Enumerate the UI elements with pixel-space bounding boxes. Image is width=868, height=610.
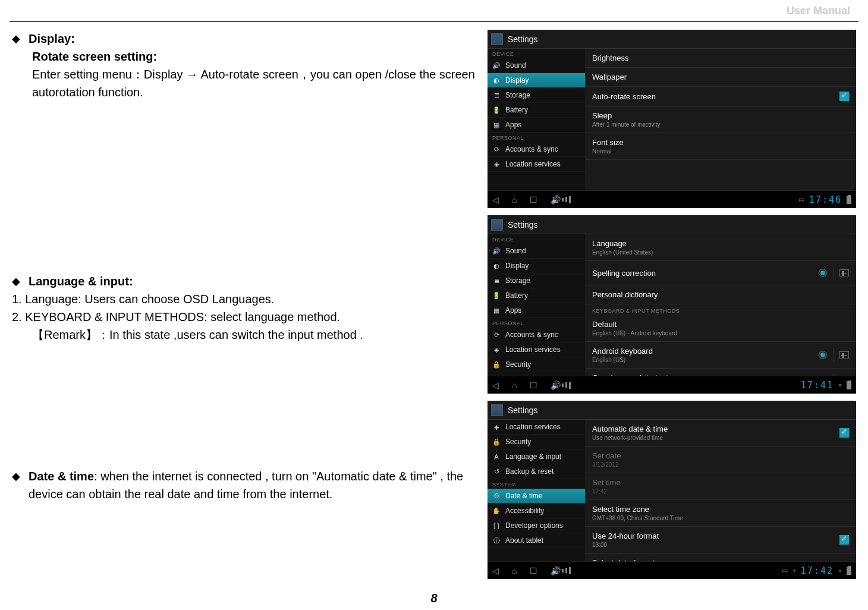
recent-icon[interactable]: ☐ <box>530 566 537 576</box>
setting-item-select-time-zone[interactable]: Select time zoneGMT+08:00, China Standar… <box>585 500 856 527</box>
display-icon: ◐ <box>492 76 501 84</box>
header-rule <box>10 21 858 22</box>
setting-item-personal-dictionary[interactable]: Personal dictionary <box>585 285 856 304</box>
sidebar-item-battery[interactable]: 🔋Battery <box>488 288 585 303</box>
setting-item-sleep[interactable]: SleepAfter 1 minute of inactivity <box>585 106 856 133</box>
clock: 17:46 <box>809 194 842 205</box>
sidebar-item-label: Location services <box>505 160 561 168</box>
sidebar-item-display[interactable]: ◐Display <box>488 73 585 88</box>
apps-icon: ▦ <box>492 121 501 129</box>
sidebar-item-label: Display <box>505 262 529 270</box>
display-body: Enter setting menu：Display → Auto-rotate… <box>32 65 488 101</box>
recent-icon[interactable]: ☐ <box>530 381 537 390</box>
sidebar-item-label: Location services <box>505 345 561 354</box>
setting-item-default[interactable]: DefaultEnglish (US) - Android keyboard <box>585 315 856 342</box>
settings-sidebar: DEVICE 🔊Sound◐Display≣Storage🔋Battery▦Ap… <box>488 234 585 376</box>
settings-slider-icon[interactable] <box>839 351 849 359</box>
sidebar-item-backup-reset[interactable]: ↺Backup & reset <box>488 464 585 479</box>
home-icon[interactable]: ⌂ <box>512 195 517 205</box>
sidebar-item-accessibility[interactable]: ✋Accessibility <box>488 504 585 518</box>
battery-icon: 🔋 <box>492 291 501 300</box>
sidebar-item-storage[interactable]: ≣Storage <box>488 88 585 103</box>
security-icon: 🔒 <box>492 438 501 446</box>
setting-item-google-speech-to-text[interactable]: Google speech-to-textAutomatic <box>585 369 856 376</box>
datetime-body: : when the internet is connected , turn … <box>29 470 463 501</box>
radio-icon[interactable] <box>819 269 827 277</box>
android-navbar: ◁ ⌂ ☐ 🔊 17:41 ▾ <box>488 376 856 394</box>
sidebar-item-location-services[interactable]: ◈Location services <box>488 157 585 172</box>
setting-title: Select time zone <box>592 505 849 514</box>
volume-icon[interactable]: 🔊 <box>551 566 571 576</box>
sidebar-header-device: DEVICE <box>488 234 585 244</box>
sidebar-item-developer-options[interactable]: { }Developer options <box>488 518 585 533</box>
location-services-icon: ◈ <box>492 423 501 431</box>
back-icon[interactable]: ◁ <box>492 381 499 390</box>
sidebar-item-display[interactable]: ◐Display <box>488 259 585 273</box>
sidebar-item-battery[interactable]: 🔋Battery <box>488 103 585 118</box>
language-item1: 1. Language: Users can choose OSD Langua… <box>12 290 488 308</box>
sidebar-item-apps[interactable]: ▦Apps <box>488 118 585 133</box>
setting-title: Font size <box>592 138 849 147</box>
figure-datetime-settings: Settings ◈Location services🔒SecurityALan… <box>488 401 856 579</box>
setting-item-wallpaper[interactable]: Wallpaper <box>585 68 856 87</box>
sidebar-item-label: Storage <box>505 91 530 99</box>
recent-icon[interactable]: ☐ <box>530 195 537 205</box>
back-icon[interactable]: ◁ <box>492 195 499 205</box>
sidebar-item-date-time[interactable]: ⏲Date & time <box>488 489 585 504</box>
setting-title: Sleep <box>592 111 849 120</box>
setting-item-language[interactable]: LanguageEnglish (United States) <box>585 234 856 261</box>
sidebar-item-sound[interactable]: 🔊Sound <box>488 244 585 259</box>
sidebar-item-security[interactable]: 🔒Security <box>488 435 585 449</box>
sidebar-item-security[interactable]: 🔒Security <box>488 357 585 372</box>
sidebar-header-personal: PERSONAL <box>488 318 585 328</box>
sidebar-item-sound[interactable]: 🔊Sound <box>488 58 585 73</box>
sidebar-item-location-services[interactable]: ◈Location services <box>488 420 585 435</box>
sidebar-item-label: Location services <box>505 423 561 431</box>
sidebar-item-storage[interactable]: ≣Storage <box>488 273 585 288</box>
setting-item-select-date-format[interactable]: Select date format12/31/2012 <box>585 554 856 561</box>
setting-item-automatic-date-time[interactable]: Automatic date & timeUse network-provide… <box>585 420 856 447</box>
sidebar-item-label: Accounts & sync <box>505 331 558 339</box>
settings-sidebar: DEVICE 🔊Sound◐Display≣Storage🔋Battery▦Ap… <box>488 49 585 190</box>
setting-title: Personal dictionary <box>592 290 849 299</box>
sidebar-item-accounts-sync[interactable]: ⟳Accounts & sync <box>488 328 585 342</box>
sidebar-item-accounts-sync[interactable]: ⟳Accounts & sync <box>488 142 585 157</box>
sidebar-item-apps[interactable]: ▦Apps <box>488 303 585 318</box>
volume-icon[interactable]: 🔊 <box>551 381 571 390</box>
setting-item-brightness[interactable]: Brightness <box>585 49 856 68</box>
checkbox-icon[interactable] <box>839 92 849 101</box>
settings-slider-icon[interactable] <box>839 269 849 276</box>
battery-icon <box>847 381 851 389</box>
radio-icon[interactable] <box>819 351 827 359</box>
sidebar-item-label: Date & time <box>505 492 543 500</box>
settings-main: LanguageEnglish (United States)Spelling … <box>585 234 856 376</box>
checkbox-icon[interactable] <box>839 535 849 545</box>
accessibility-icon: ✋ <box>492 507 501 515</box>
language-input-icon: A <box>492 452 501 461</box>
sd-icon: ▭ <box>782 567 788 574</box>
setting-item-auto-rotate-screen[interactable]: Auto-rotate screen <box>585 87 856 106</box>
setting-item-use-24-hour-format[interactable]: Use 24-hour format13:00 <box>585 527 856 554</box>
setting-title: Brightness <box>592 54 849 62</box>
home-icon[interactable]: ⌂ <box>512 566 517 576</box>
wifi-icon: ▾ <box>838 381 842 389</box>
sidebar-item-location-services[interactable]: ◈Location services <box>488 342 585 357</box>
wifi2-icon: ▾ <box>838 567 842 575</box>
sidebar-item-label: Security <box>505 438 531 446</box>
sidebar-item-about-tablet[interactable]: ⓘAbout tablet <box>488 533 585 548</box>
sidebar-item-language-input[interactable]: ALanguage & input <box>488 449 585 464</box>
setting-item-spelling-correction[interactable]: Spelling correction <box>585 261 856 285</box>
android-navbar: ◁ ⌂ ☐ 🔊 ▭ 17:46 <box>488 190 856 208</box>
home-icon[interactable]: ⌂ <box>512 381 517 390</box>
checkbox-icon[interactable] <box>839 428 849 438</box>
sidebar-item-label: Display <box>505 76 529 84</box>
setting-item-android-keyboard[interactable]: Android keyboardEnglish (US) <box>585 342 856 369</box>
volume-icon[interactable]: 🔊 <box>551 195 571 205</box>
setting-subtitle: 17:42 <box>592 488 849 495</box>
setting-item-font-size[interactable]: Font sizeNormal <box>585 133 856 160</box>
security-icon: 🔒 <box>492 360 501 369</box>
settings-title: Settings <box>508 34 538 44</box>
about-tablet-icon: ⓘ <box>492 536 501 545</box>
setting-subtitle: English (US) - Android keyboard <box>592 330 849 337</box>
back-icon[interactable]: ◁ <box>492 566 499 576</box>
